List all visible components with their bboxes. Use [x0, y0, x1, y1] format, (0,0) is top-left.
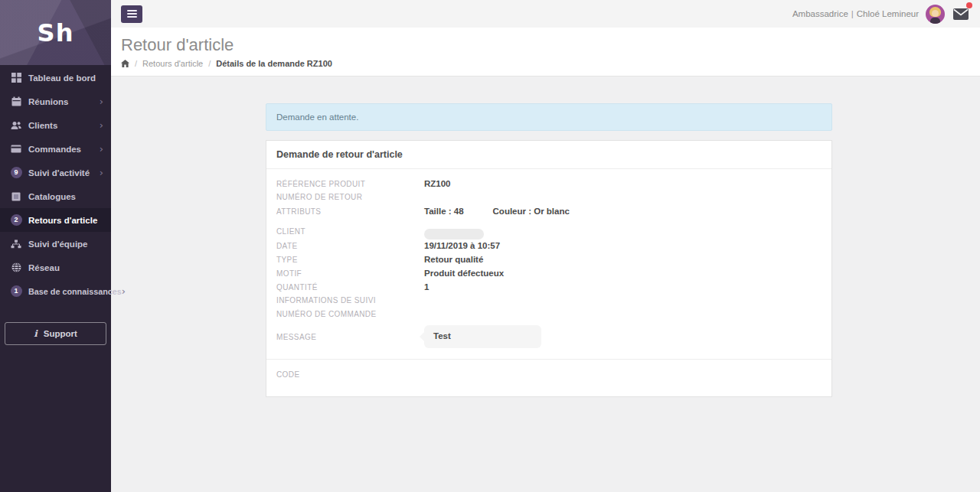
field-value-motif: Produit défectueux — [424, 269, 504, 278]
status-alert-text: Demande en attente. — [276, 112, 358, 122]
chevron-right-icon: › — [122, 286, 126, 296]
field-row-quantite: QUANTITÉ 1 — [276, 282, 822, 296]
sidebar-item-reseau[interactable]: Réseau — [0, 256, 111, 279]
attribute-couleur: Couleur : Or blanc — [493, 207, 570, 216]
field-label: CLIENT — [276, 227, 424, 236]
credit-card-icon — [10, 145, 22, 153]
avatar-torso — [930, 18, 940, 24]
sidebar-toggle-button[interactable] — [121, 5, 142, 23]
sidebar-item-label: Retours d'article — [28, 216, 97, 225]
field-label: QUANTITÉ — [276, 283, 424, 292]
dashboard-grid-icon — [10, 73, 22, 83]
client-redacted-value — [424, 229, 484, 239]
count-badge: 2 — [11, 214, 22, 226]
sidebar-item-clients[interactable]: Clients › — [0, 113, 111, 137]
sidebar-menu: Tableau de bord Réunions › Clients › Com… — [0, 65, 111, 303]
field-row-client: CLIENT — [276, 227, 822, 241]
sidebar-item-tableau-de-bord[interactable]: Tableau de bord — [0, 66, 111, 90]
field-row-message: MESSAGE Test — [276, 325, 822, 348]
breadcrumb-separator: / — [208, 59, 211, 68]
sitemap-icon — [10, 239, 22, 249]
support-button[interactable]: i Support — [5, 322, 106, 345]
sidebar-item-catalogues[interactable]: Catalogues — [0, 184, 111, 208]
notification-dot — [966, 2, 972, 8]
field-label: INFORMATIONS DE SUIVI — [276, 296, 424, 305]
sidebar-item-label: Réseau — [28, 263, 60, 272]
page-header: Retour d'article / Retours d'article / D… — [111, 28, 980, 77]
return-request-card: Demande de retour d'article RÉFÉRENCE PR… — [266, 140, 832, 397]
chevron-right-icon: › — [100, 120, 103, 130]
user-info-text[interactable]: Ambassadrice|Chloé Lemineur — [792, 9, 919, 18]
sidebar-item-reunions[interactable]: Réunions › — [0, 90, 111, 113]
field-label: RÉFÉRENCE PRODUIT — [276, 180, 424, 188]
topbar-user-area: Ambassadrice|Chloé Lemineur — [792, 5, 970, 24]
user-role: Ambassadrice — [792, 9, 848, 18]
breadcrumb-current: Détails de la demande RZ100 — [216, 59, 332, 68]
sidebar-item-label: Tableau de bord — [28, 73, 96, 83]
envelope-icon — [953, 8, 969, 20]
field-label: CODE — [276, 370, 424, 379]
messages-button[interactable] — [952, 5, 970, 23]
sidebar-item-label: Clients — [28, 121, 57, 130]
sidebar-item-suivi-activite[interactable]: 9 Suivi d'activité › — [0, 161, 111, 184]
field-label: NUMÉRO DE COMMANDE — [276, 310, 424, 318]
field-label: ATTRIBUTS — [276, 207, 424, 216]
field-row-motif: MOTIF Produit défectueux — [276, 269, 822, 282]
count-badge: 9 — [11, 167, 22, 178]
sidebar-item-label: Catalogues — [28, 192, 76, 201]
field-label: MESSAGE — [276, 333, 424, 341]
field-label: DATE — [276, 242, 424, 250]
user-avatar[interactable] — [926, 5, 945, 24]
main-area: Ambassadrice|Chloé Lemineur Retour d'art… — [111, 0, 980, 492]
globe-icon — [10, 262, 22, 272]
field-row-informations-suivi: INFORMATIONS DE SUIVI — [276, 296, 822, 310]
field-label: MOTIF — [276, 269, 424, 278]
field-row-code: CODE — [276, 370, 822, 384]
breadcrumb-separator: / — [135, 59, 137, 68]
breadcrumb-home-link[interactable] — [121, 60, 129, 67]
sidebar: Sh Tableau de bord Réunions › Clients › — [0, 0, 111, 492]
field-label: NUMÉRO DE RETOUR — [276, 193, 424, 201]
returns-badge: 2 — [10, 214, 22, 226]
knowledge-badge: 1 — [10, 285, 22, 297]
topbar: Ambassadrice|Chloé Lemineur — [111, 0, 980, 28]
field-value-type: Retour qualité — [424, 255, 483, 264]
sidebar-item-base-connaissances[interactable]: 1 Base de connaissances › — [0, 279, 111, 303]
chevron-right-icon: › — [100, 96, 103, 106]
content-column: Demande en attente. Demande de retour d'… — [266, 103, 832, 397]
sidebar-item-label: Base de connaissances — [28, 287, 122, 296]
sidebar-item-label: Suivi d'équipe — [28, 239, 88, 249]
content-area: Demande en attente. Demande de retour d'… — [111, 77, 980, 492]
activity-badge: 9 — [10, 167, 22, 178]
count-badge: 1 — [11, 285, 22, 297]
breadcrumb-link-retours[interactable]: Retours d'article — [142, 59, 203, 68]
field-row-numero-retour: NUMÉRO DE RETOUR — [276, 193, 822, 207]
support-button-label: Support — [44, 329, 77, 338]
field-row-reference-produit: RÉFÉRENCE PRODUIT RZ100 — [276, 179, 822, 193]
brand-logo[interactable]: Sh — [0, 0, 111, 65]
sidebar-item-suivi-equipe[interactable]: Suivi d'équipe — [0, 232, 111, 256]
users-icon — [10, 121, 22, 130]
sidebar-item-commandes[interactable]: Commandes › — [0, 137, 111, 161]
calendar-icon — [10, 96, 22, 106]
sidebar-item-label: Réunions — [28, 97, 68, 106]
field-row-type: TYPE Retour qualité — [276, 255, 822, 269]
sidebar-item-retours-article[interactable]: 2 Retours d'article — [0, 208, 111, 232]
breadcrumb: / Retours d'article / Détails de la dema… — [121, 59, 980, 68]
brand-logo-text: Sh — [38, 18, 74, 47]
field-value-attributs: Taille : 48Couleur : Or blanc — [424, 207, 570, 216]
attribute-taille: Taille : 48 — [424, 207, 464, 216]
field-row-attributs: ATTRIBUTS Taille : 48Couleur : Or blanc — [276, 207, 822, 220]
field-row-numero-commande: NUMÉRO DE COMMANDE — [276, 310, 822, 324]
user-separator: | — [851, 9, 854, 18]
card-body: RÉFÉRENCE PRODUIT RZ100 NUMÉRO DE RETOUR… — [266, 169, 831, 359]
page-title: Retour d'article — [121, 35, 980, 55]
field-value-reference-produit: RZ100 — [424, 179, 451, 188]
field-value-date: 19/11/2019 à 10:57 — [424, 241, 500, 250]
avatar-face — [932, 10, 939, 17]
field-row-date: DATE 19/11/2019 à 10:57 — [276, 241, 822, 255]
user-name: Chloé Lemineur — [857, 9, 919, 18]
message-bubble: Test — [424, 325, 541, 348]
field-value-quantite: 1 — [424, 282, 429, 292]
catalog-icon — [10, 192, 22, 201]
